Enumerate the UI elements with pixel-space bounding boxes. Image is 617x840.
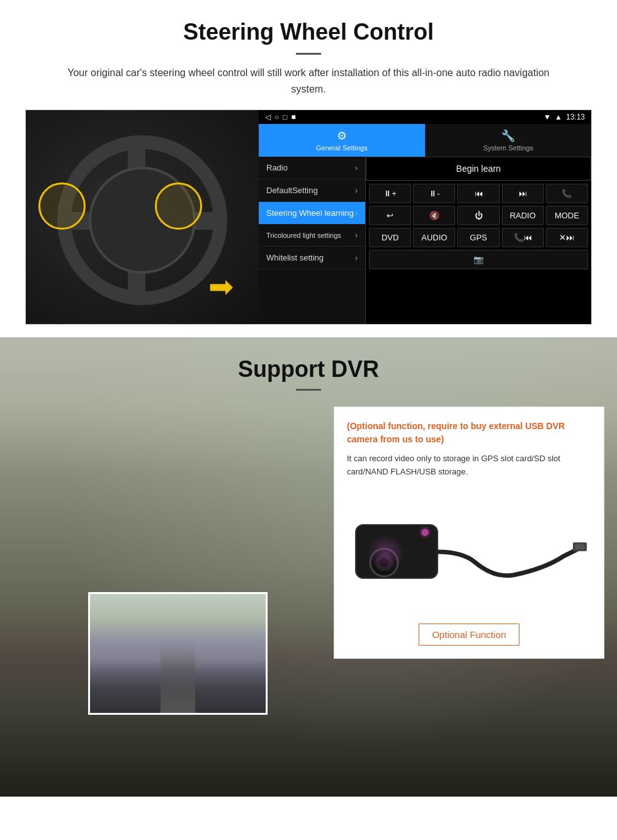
menu-item-radio[interactable]: Radio › [259,157,365,179]
android-content: Radio › DefaultSetting › Steering Wheel … [259,157,591,324]
vol-down-button[interactable]: ⏸- [413,184,455,203]
tab-system-label: System Settings [484,144,533,152]
phone-prev-button[interactable]: 📞⏮ [502,228,544,247]
system-icon: 🔧 [501,129,515,143]
button-row-1: ⏸+ ⏸- ⏮ ⏭ 📞 [369,184,588,203]
menu-radio-label: Radio [266,163,288,172]
dvd-button[interactable]: DVD [369,228,411,247]
dvr-info-card: (Optional function, require to buy exter… [334,406,604,659]
wifi-icon: ▲ [555,113,562,121]
menu-item-whitelist[interactable]: Whitelist setting › [259,247,365,269]
camera-btn[interactable]: 📷 [369,250,588,269]
steering-right-panel: Begin learn ⏸+ ⏸- ⏮ [366,157,591,324]
svg-rect-8 [575,544,584,549]
audio-label: AUDIO [421,233,447,242]
steering-description: Your original car's steering wheel contr… [50,65,567,97]
dvr-thumbnail [88,592,268,715]
signal-icon: ▼ [543,113,551,121]
end-next-icon: ✕⏭ [559,233,574,242]
menu-icon[interactable]: ■ [292,113,296,121]
chevron-right-icon: › [355,209,358,218]
vol-up-icon: ⏸+ [383,189,397,198]
menu-tricoloured-label: Tricoloured light settings [266,232,341,239]
mute-button[interactable]: 🔇 [413,206,455,225]
dvr-section: Support DVR (Optional function, require … [0,337,617,797]
mode-label: MODE [555,211,579,220]
camera-icon: 📷 [473,255,484,264]
dvr-description: It can record video only to storage in G… [347,452,591,479]
power-button[interactable]: ⏻ [457,206,499,225]
mode-button[interactable]: MODE [546,206,588,225]
gear-icon: ⚙ [337,129,347,143]
begin-learn-button[interactable]: Begin learn [366,157,591,181]
back-icon[interactable]: ◁ [265,113,271,121]
power-icon: ⏻ [475,211,483,220]
steering-section: Steering Wheel Control Your original car… [0,0,617,337]
steering-highlight-left [38,182,86,230]
title-divider-dvr [296,389,321,391]
menu-item-tricoloured[interactable]: Tricoloured light settings › [259,225,365,247]
tab-system-settings[interactable]: 🔧 System Settings [425,124,592,157]
status-icons: ▼ ▲ 13:13 [543,113,585,121]
back-call-icon: ↩ [387,211,393,220]
back-btn[interactable]: ↩ [369,206,411,225]
vol-down-icon: ⏸- [429,189,439,198]
chevron-right-icon: › [355,164,358,172]
steering-highlight-right [155,182,202,230]
recents-icon[interactable]: □ [283,113,287,121]
button-row-2: ↩ 🔇 ⏻ RADIO MOD [369,206,588,225]
menu-steering-label: Steering Wheel learning [266,208,354,218]
radio-button[interactable]: RADIO [502,206,544,225]
menu-whitelist-label: Whitelist setting [266,253,324,262]
svg-point-4 [380,558,388,567]
dvr-camera-art [349,487,589,613]
gps-label: GPS [470,233,487,242]
next-button[interactable]: ⏭ [502,184,544,203]
nav-icons: ◁ ○ □ ■ [265,113,296,121]
mute-icon: 🔇 [429,211,439,220]
phone-icon: 📞 [562,189,572,198]
dvr-camera-image [347,488,591,614]
title-divider-steering [296,53,321,55]
gps-button[interactable]: GPS [457,228,499,247]
chevron-right-icon: › [355,231,358,240]
steering-photo: ➡ [26,110,259,324]
home-icon[interactable]: ○ [275,113,279,121]
steering-function-buttons: ⏸+ ⏸- ⏮ ⏭ 📞 [366,181,591,272]
dvr-title-area: Support DVR [0,337,617,391]
prev-button[interactable]: ⏮ [457,184,499,203]
clock: 13:13 [566,113,585,121]
android-statusbar: ◁ ○ □ ■ ▼ ▲ 13:13 [259,110,591,124]
dvr-thumbnail-inner [90,594,266,713]
dvr-optional-text: (Optional function, require to buy exter… [347,420,591,446]
radio-label: RADIO [510,211,536,220]
button-row-3: DVD AUDIO GPS 📞⏮ [369,228,588,247]
phone-prev-icon: 📞⏮ [514,233,532,242]
chevron-right-icon: › [355,254,358,262]
svg-point-5 [421,529,429,536]
end-next-button[interactable]: ✕⏭ [546,228,588,247]
optional-function-button[interactable]: Optional Function [419,624,519,646]
dvr-thumb-road [161,642,196,713]
arrow-icon: ➡ [196,267,246,305]
tab-general-settings[interactable]: ⚙ General Settings [259,124,425,157]
menu-item-default-setting[interactable]: DefaultSetting › [259,179,365,202]
steering-panel: ➡ ◁ ○ □ ■ ▼ ▲ 13:13 [25,109,592,325]
settings-menu: Radio › DefaultSetting › Steering Wheel … [259,157,366,324]
android-tabs: ⚙ General Settings 🔧 System Settings [259,124,591,157]
menu-default-label: DefaultSetting [266,186,318,195]
prev-icon: ⏮ [475,189,483,198]
android-ui-panel: ◁ ○ □ ■ ▼ ▲ 13:13 ⚙ General Settings [259,110,591,324]
chevron-right-icon: › [355,186,358,195]
dvr-title: Support DVR [0,356,617,383]
button-row-4: 📷 [369,250,588,269]
steering-title: Steering Wheel Control [25,19,592,45]
audio-button[interactable]: AUDIO [413,228,455,247]
phone-button[interactable]: 📞 [546,184,588,203]
tab-general-label: General Settings [316,144,368,152]
dvd-label: DVD [382,233,399,242]
menu-item-steering-wheel[interactable]: Steering Wheel learning › [259,202,365,225]
next-icon: ⏭ [519,189,527,198]
vol-up-button[interactable]: ⏸+ [369,184,411,203]
